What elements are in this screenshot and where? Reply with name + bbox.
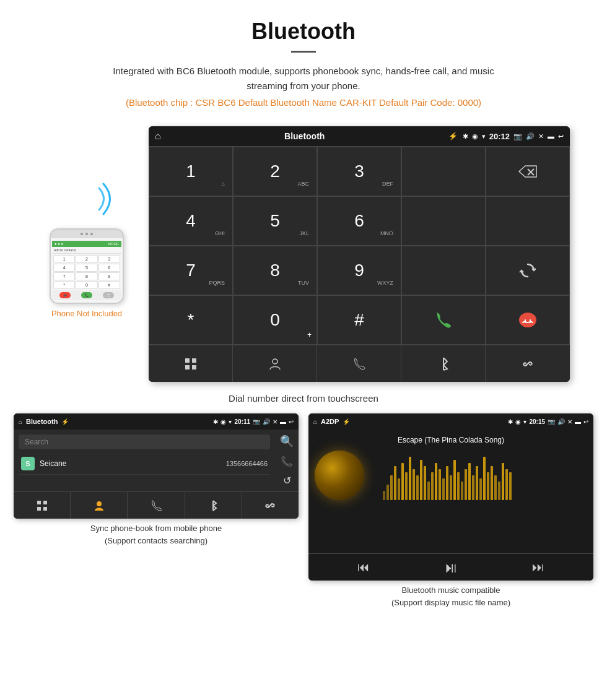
- pb-person-icon: [94, 500, 105, 511]
- viz-bar-27: [483, 457, 486, 500]
- dial-key-hash[interactable]: #: [317, 295, 401, 345]
- status-icons: ✱ ◉ ▾ 20:12 📷 🔊 ✕ ▬ ↩: [463, 132, 564, 141]
- viz-bar-2: [390, 475, 393, 500]
- phone-key-1: 1: [53, 255, 75, 263]
- pb-wifi-icon: ▾: [229, 418, 232, 425]
- home-icon[interactable]: ⌂: [155, 131, 161, 142]
- viz-bar-21: [461, 482, 463, 500]
- pb-loc-icon: ◉: [221, 418, 226, 425]
- dial-key-star[interactable]: *: [149, 295, 233, 345]
- viz-bar-24: [472, 475, 474, 500]
- phonebook-contact-row[interactable]: S Seicane 13566664466: [19, 453, 270, 475]
- mu-x-icon: ✕: [567, 418, 572, 425]
- pb-bottom-nav: [14, 491, 299, 519]
- viz-bar-22: [465, 469, 467, 500]
- bluetooth-signal-icon: [59, 176, 115, 222]
- phone-key-4: 4: [53, 264, 75, 272]
- link-icon: [521, 357, 535, 371]
- page-description: Integrated with BC6 Bluetooth module, su…: [93, 64, 514, 93]
- dial-key-1[interactable]: 1 ⌂: [149, 147, 233, 196]
- key-9-sub: WXYZ: [377, 280, 393, 286]
- phonebook-wrap: ⌂ Bluetooth ⚡ ✱ ◉ ▾ 20:11 📷 🔊 ✕ ▬ ↩: [14, 413, 299, 608]
- dial-key-2[interactable]: 2 ABC: [233, 147, 317, 196]
- viz-bar-32: [502, 463, 504, 500]
- phone-bottom-bar: 📵 📞 ☰: [52, 290, 121, 300]
- play-pause-button[interactable]: ⏯: [443, 559, 458, 576]
- music-caption: Bluetooth music compatible (Support disp…: [308, 581, 593, 608]
- viz-bar-7: [409, 457, 411, 500]
- pb-nav-bluetooth[interactable]: [185, 492, 242, 519]
- camera-icon: 📷: [513, 132, 522, 140]
- location-icon: ◉: [472, 132, 478, 140]
- phone-sidebar-icon[interactable]: 📞: [281, 456, 293, 467]
- mu-scr-icon: ▬: [575, 418, 581, 425]
- search-sidebar-icon[interactable]: 🔍: [280, 434, 294, 448]
- close-icon: ✕: [538, 132, 544, 140]
- music-controls: ⏮ ⏯ ⏭: [308, 553, 593, 581]
- dial-key-4[interactable]: 4 GHI: [149, 196, 233, 246]
- dial-key-3[interactable]: 3 DEF: [317, 147, 401, 196]
- pb-x-icon: ✕: [273, 418, 277, 425]
- dial-key-0[interactable]: 0 +: [233, 295, 317, 345]
- nav-person[interactable]: [233, 345, 317, 382]
- pb-home-icon[interactable]: ⌂: [19, 418, 22, 425]
- next-track-button[interactable]: ⏭: [532, 560, 544, 574]
- viz-bar-16: [442, 478, 445, 500]
- nav-bluetooth[interactable]: [401, 345, 486, 382]
- viz-bar-31: [498, 482, 500, 500]
- key-9-num: 9: [354, 261, 364, 280]
- viz-bar-10: [420, 460, 422, 500]
- bluetooth-nav-icon: [438, 357, 449, 371]
- dial-bottom-nav: [149, 345, 570, 382]
- viz-bar-5: [401, 463, 404, 500]
- pb-nav-phone[interactable]: [128, 492, 185, 519]
- viz-bar-30: [494, 475, 497, 500]
- call-button[interactable]: [401, 295, 486, 345]
- phone-key-0: 0: [76, 281, 97, 289]
- pb-nav-grid[interactable]: [14, 492, 71, 519]
- dial-caption: Dial number direct from touchscreen: [0, 388, 607, 413]
- page-title: Bluetooth: [12, 19, 595, 45]
- mu-bt-icon: ✱: [508, 418, 513, 425]
- pb-nav-person[interactable]: [71, 492, 128, 519]
- dial-key-5[interactable]: 5 JKL: [233, 196, 317, 246]
- bluetooth-specs: (Bluetooth chip : CSR BC6 Default Blueto…: [12, 97, 595, 108]
- nav-link[interactable]: [486, 345, 570, 382]
- phone-key-7: 7: [53, 272, 75, 280]
- phonebook-search-bar[interactable]: Search: [19, 434, 270, 449]
- phone-screen: ● ● ● MORE Add to Contacts 1 2 3 4 5 6 7…: [51, 238, 123, 303]
- viz-bar-0: [383, 491, 385, 500]
- phone-key-8: 8: [76, 272, 97, 280]
- backspace-button[interactable]: [486, 147, 570, 196]
- phone-dot-2: [85, 233, 88, 235]
- dial-key-9[interactable]: 9 WXYZ: [317, 246, 401, 295]
- nav-grid[interactable]: [149, 345, 233, 382]
- music-screen: ⌂ A2DP ⚡ ✱ ◉ ▾ 20:15 📷 🔊 ✕ ▬ ↩ Escape (T…: [308, 413, 593, 581]
- nav-phone[interactable]: [317, 345, 401, 382]
- mu-home-icon[interactable]: ⌂: [313, 418, 317, 425]
- search-placeholder: Search: [25, 438, 48, 446]
- dial-key-8[interactable]: 8 TUV: [233, 246, 317, 295]
- phonebook-caption: Sync phone-book from mobile phone (Suppo…: [14, 519, 299, 547]
- key-5-num: 5: [270, 211, 280, 231]
- end-call-button[interactable]: [486, 295, 570, 345]
- dial-empty-3: [486, 196, 570, 246]
- dial-grid: 1 ⌂ 2 ABC 3 DEF 4 GHI: [149, 146, 570, 345]
- pb-bt-nav-icon: [209, 500, 217, 511]
- prev-track-button[interactable]: ⏮: [357, 560, 370, 574]
- pb-scr-icon: ▬: [280, 418, 286, 425]
- phone-dot-3: [90, 233, 93, 235]
- dial-key-6[interactable]: 6 MNO: [317, 196, 401, 246]
- pb-nav-link[interactable]: [242, 492, 299, 519]
- viz-bar-19: [453, 460, 456, 500]
- sync-button[interactable]: [486, 246, 570, 295]
- phone-key-hash: #: [98, 281, 120, 289]
- usb-icon: ⚡: [448, 132, 458, 140]
- dial-key-7[interactable]: 7 PQRS: [149, 246, 233, 295]
- mu-title: A2DP: [321, 418, 339, 425]
- key-6-sub: MNO: [380, 230, 393, 236]
- sync-sidebar-icon[interactable]: ↺: [283, 475, 291, 486]
- phone-contact-row: Add to Contacts: [52, 247, 121, 254]
- pb-phone-icon: [151, 500, 162, 511]
- key-5-sub: JKL: [299, 230, 309, 236]
